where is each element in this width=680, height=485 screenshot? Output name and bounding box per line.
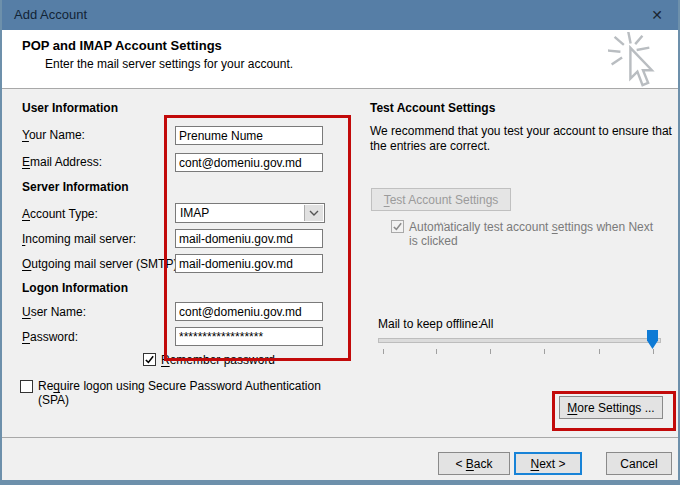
remember-password-label: Remember password xyxy=(161,353,275,367)
cancel-button[interactable]: Cancel xyxy=(606,452,672,475)
slider-tick xyxy=(544,349,545,354)
test-account-settings-button: Test Account Settings ... xyxy=(371,188,511,211)
account-type-dropdown[interactable]: IMAP xyxy=(175,203,325,223)
offline-label: Mail to keep offline: xyxy=(378,317,481,331)
incoming-server-input[interactable] xyxy=(175,229,323,248)
remember-password-checkbox[interactable] xyxy=(143,353,156,366)
sparkle-cursor-icon xyxy=(608,32,664,91)
account-type-value: IMAP xyxy=(180,206,209,220)
server-information-heading: Server Information xyxy=(22,180,129,194)
slider-tick xyxy=(599,349,600,354)
account-type-label: Account Type: xyxy=(22,207,98,221)
footer-divider xyxy=(2,437,678,438)
page-subtitle: Enter the mail server settings for your … xyxy=(45,57,293,71)
checkmark-icon xyxy=(144,354,155,365)
spa-label: Require logon using Secure Password Auth… xyxy=(38,379,350,407)
logon-information-heading: Logon Information xyxy=(22,281,128,295)
window-title: Add Account xyxy=(14,0,87,30)
your-name-input[interactable] xyxy=(175,126,323,145)
close-icon[interactable]: ✕ xyxy=(640,0,674,30)
checkmark-icon xyxy=(392,221,403,232)
auto-test-label: Automatically test account settings when… xyxy=(409,220,661,248)
add-account-dialog: Add Account ✕ POP and IMAP Account Setti… xyxy=(0,0,680,485)
slider-tick xyxy=(653,349,654,354)
back-button[interactable]: < Back xyxy=(438,452,510,475)
auto-test-checkbox xyxy=(391,220,404,233)
test-description-line2: the entries are correct. xyxy=(370,139,490,153)
offline-value: All xyxy=(480,317,493,331)
next-button[interactable]: Next > xyxy=(514,452,582,475)
slider-tick xyxy=(383,349,384,354)
user-information-heading: User Information xyxy=(22,101,118,115)
slider-tick xyxy=(436,349,437,354)
page-title: POP and IMAP Account Settings xyxy=(22,38,222,53)
outgoing-server-input[interactable] xyxy=(175,254,323,273)
outgoing-server-label: Outgoing mail server (SMTP): xyxy=(22,257,181,271)
your-name-label: Your Name: xyxy=(22,128,85,142)
email-address-input[interactable] xyxy=(175,153,323,172)
title-bar: Add Account ✕ xyxy=(0,0,680,30)
test-account-settings-heading: Test Account Settings xyxy=(370,101,495,115)
spa-checkbox[interactable] xyxy=(20,380,33,393)
offline-slider-track[interactable] xyxy=(378,338,661,343)
email-address-label: Email Address: xyxy=(22,155,102,169)
slider-tick xyxy=(490,349,491,354)
chevron-down-icon[interactable] xyxy=(304,205,323,221)
offline-slider-thumb[interactable] xyxy=(647,330,658,349)
wizard-header: POP and IMAP Account Settings Enter the … xyxy=(0,30,680,89)
user-name-input[interactable] xyxy=(175,302,323,321)
password-input[interactable] xyxy=(175,327,323,346)
password-label: Password: xyxy=(22,330,78,344)
incoming-server-label: Incoming mail server: xyxy=(22,232,136,246)
user-name-label: User Name: xyxy=(22,305,86,319)
more-settings-button[interactable]: More Settings ... xyxy=(559,396,663,419)
test-description-line1: We recommend that you test your account … xyxy=(370,124,672,138)
